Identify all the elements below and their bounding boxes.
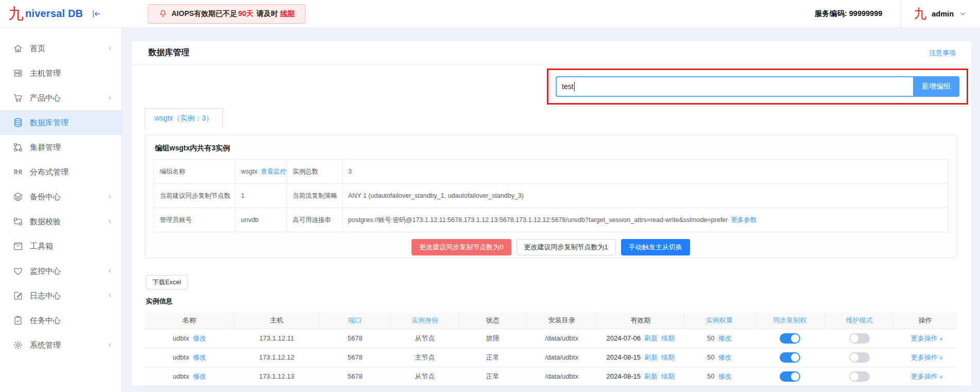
group-create-zone: test 新增编组	[132, 65, 971, 105]
instance-weight: 50	[707, 372, 714, 380]
refresh-link[interactable]: 刷新	[644, 334, 658, 342]
instance-role: 主节点	[415, 353, 435, 361]
instance-host: 173.1.12.12	[259, 353, 295, 361]
sidebar-item-host-management[interactable]: 主机管理	[0, 61, 122, 86]
modify-weight-link[interactable]: 修改	[718, 353, 731, 361]
instance-port: 5678	[348, 353, 363, 361]
clipboard-icon	[13, 315, 23, 326]
more-actions-link[interactable]: 更多操作∨	[911, 334, 943, 342]
instance-table: 名称主机端口实例身份状态安装目录有效期实例权重同步复制权维护模式操作 udbtx…	[145, 313, 957, 386]
info-value: ANY 1 (udautofailover_standby_1, udautof…	[348, 192, 524, 199]
toggle-knob	[850, 372, 858, 381]
modify-name-link[interactable]: 修改	[193, 353, 206, 361]
column-header: 安装目录	[526, 313, 597, 329]
column-header[interactable]: 同步复制权	[754, 313, 825, 329]
refresh-link[interactable]: 刷新	[644, 372, 658, 380]
sidebar-item-distributed-management[interactable]: 分布式管理	[0, 160, 122, 184]
sidebar-item-label: 备份中心	[30, 192, 107, 202]
column-header[interactable]: 端口	[319, 313, 391, 329]
sidebar-item-system-management[interactable]: 系统管理	[0, 333, 122, 357]
info-label: 当前流复制策略	[293, 192, 338, 199]
modify-weight-link[interactable]: 修改	[718, 372, 731, 380]
instance-name: udbtx	[173, 353, 189, 361]
download-excel-button[interactable]: 下载Excel	[146, 275, 188, 289]
info-label: 实例总数	[293, 168, 318, 175]
gear-icon	[13, 340, 23, 350]
sidebar-item-monitor-center[interactable]: 监控中心	[0, 259, 122, 283]
column-header[interactable]: 实例身份	[391, 313, 459, 329]
group-summary-title: 编组wsgtx内共有3实例	[155, 144, 948, 153]
maintenance-mode-toggle[interactable]	[849, 371, 870, 382]
instance-weight: 50	[707, 334, 714, 342]
install-dir: /data/udbtx	[545, 353, 578, 361]
instance-weight: 50	[707, 353, 714, 361]
layers-icon	[13, 192, 23, 202]
sidebar-item-task-center[interactable]: 任务中心	[0, 308, 122, 333]
sidebar-item-cluster-management[interactable]: 集群管理	[0, 135, 122, 160]
manual-failover-button[interactable]: 手动触发主从切换	[621, 239, 690, 255]
renew-license-link[interactable]: 续期	[661, 372, 675, 380]
text-cursor	[574, 82, 575, 91]
set-sync-nodes-0-button[interactable]: 更改建议同步复制节点数为0	[411, 239, 511, 255]
view-monitor-link[interactable]: 查看监控	[261, 168, 286, 175]
more-actions-link[interactable]: 更多操作∨	[911, 372, 943, 380]
add-group-button[interactable]: 新增编组	[913, 76, 959, 97]
sidebar-item-log-center[interactable]: 日志中心	[0, 283, 122, 308]
group-info-table: 编组名称wsgtx查看监控实例总数3当前建议同步复制节点数1当前流复制策略ANY…	[153, 159, 948, 232]
renew-license-link[interactable]: 续期	[661, 353, 675, 361]
renew-link[interactable]: 续期	[280, 9, 295, 18]
maintenance-mode-toggle[interactable]	[849, 352, 870, 363]
toggle-knob	[791, 353, 799, 362]
modify-name-link[interactable]: 修改	[193, 372, 206, 380]
refresh-link[interactable]: 刷新	[644, 353, 658, 361]
chevron-left-icon	[107, 94, 114, 101]
toggle-knob	[791, 372, 799, 381]
sidebar-item-data-verification[interactable]: 数据校验	[0, 209, 122, 234]
sidebar-item-label: 任务中心	[30, 316, 114, 326]
logo: 九 niversal DB	[0, 0, 122, 27]
sidebar-item-toolbox[interactable]: 工具箱	[0, 234, 122, 259]
renew-license-link[interactable]: 续期	[661, 334, 675, 342]
column-header[interactable]: 实例权重	[684, 313, 754, 329]
chevron-down-icon: ∨	[939, 374, 943, 380]
instance-row: udbtx修改173.1.12.125678主节点正常/data/udbtx20…	[145, 348, 957, 367]
sidebar-item-product-center[interactable]: 产品中心	[0, 86, 122, 110]
column-header: 名称	[145, 313, 234, 329]
instance-status: 故障	[486, 334, 500, 342]
sidebar-item-database-management[interactable]: 数据库管理	[0, 110, 122, 135]
column-header: 主机	[234, 313, 319, 329]
maintenance-mode-toggle[interactable]	[849, 333, 870, 344]
sync-replication-toggle[interactable]	[780, 333, 800, 344]
sidebar-item-label: 集群管理	[30, 143, 114, 152]
content-area: 数据库管理 注意事项 test 新增编组 wsgtx（实例：3） 编组wsgtx…	[122, 28, 980, 392]
sidebar-collapse-icon[interactable]	[91, 9, 101, 19]
sidebar-item-backup-center[interactable]: 备份中心	[0, 184, 122, 209]
sidebar-item-label: 首页	[30, 44, 107, 54]
expire-date: 2024-07-06	[606, 334, 641, 342]
more-params-link[interactable]: 更多参数	[731, 216, 757, 224]
info-value: 3	[348, 168, 352, 175]
chevron-down-icon: ∨	[939, 355, 943, 361]
modify-weight-link[interactable]: 修改	[718, 334, 731, 342]
sync-replication-toggle[interactable]	[780, 352, 800, 363]
tab-wsgtx[interactable]: wsgtx（实例：3）	[145, 108, 223, 129]
info-value: unvdb	[241, 216, 259, 224]
card-header: 数据库管理 注意事项	[132, 41, 971, 65]
annotation-highlight-box: test 新增编组	[547, 69, 968, 105]
set-sync-nodes-1-button[interactable]: 更改建议同步复制节点数为1	[517, 239, 616, 255]
instance-role: 从节点	[415, 372, 435, 380]
download-row: 下载Excel	[146, 275, 971, 289]
instance-row: udbtx修改173.1.12.115678从节点故障/data/udbtx20…	[145, 329, 957, 348]
instance-port: 5678	[348, 334, 363, 342]
info-value: postgres://账号:密码@173.1.12.11:5678,173.1.…	[348, 216, 728, 224]
instance-port: 5678	[348, 372, 363, 380]
group-name-input[interactable]: test	[556, 76, 913, 97]
sync-replication-toggle[interactable]	[780, 371, 800, 382]
more-actions-link[interactable]: 更多操作∨	[911, 353, 943, 361]
sidebar-item-home[interactable]: 首页	[0, 36, 122, 61]
column-header[interactable]: 维护模式	[825, 313, 893, 329]
user-menu[interactable]: 九 admin	[901, 0, 980, 27]
notice-link[interactable]: 注意事项	[929, 48, 956, 58]
modify-name-link[interactable]: 修改	[193, 334, 206, 342]
toggle-knob	[850, 353, 858, 362]
